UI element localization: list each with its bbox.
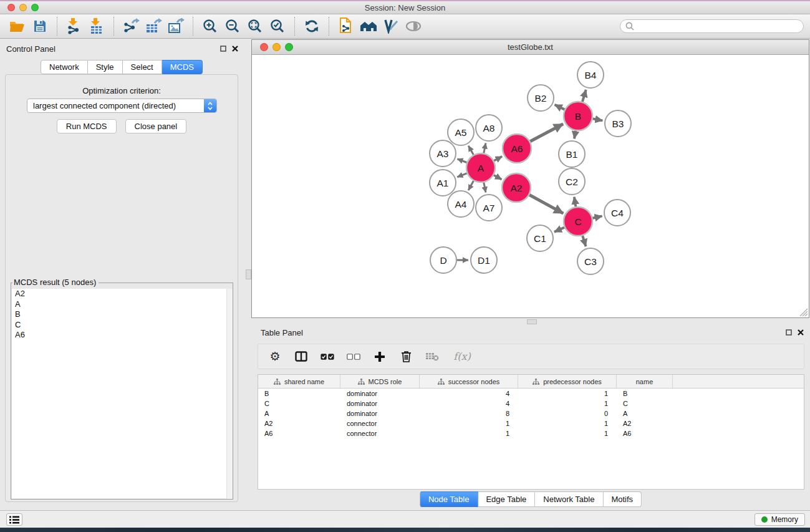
save-session-icon[interactable] [29, 16, 51, 36]
tab-style[interactable]: Style [88, 60, 123, 74]
horizontal-divider-grip[interactable] [527, 319, 537, 324]
result-item[interactable]: C [12, 320, 232, 331]
graph-node-A7[interactable]: A7 [476, 195, 502, 221]
table-row[interactable]: Bdominator41B [258, 389, 804, 399]
search-input[interactable] [637, 21, 798, 31]
graph-edge-A-A4[interactable] [468, 181, 473, 190]
graph-edge-C-C4[interactable] [592, 216, 602, 218]
refresh-icon[interactable] [301, 16, 323, 36]
graph-node-A[interactable]: A [466, 153, 495, 182]
graph-node-C1[interactable]: C1 [527, 225, 553, 251]
graph-edge-A-A8[interactable] [484, 143, 486, 153]
column-header-name[interactable]: name [617, 375, 673, 388]
graph-node-D1[interactable]: D1 [471, 247, 497, 273]
open-file-icon[interactable] [6, 16, 29, 36]
graph-node-B1[interactable]: B1 [559, 141, 585, 167]
graph-node-A8[interactable]: A8 [476, 115, 502, 141]
zoom-in-icon[interactable] [199, 16, 221, 36]
network-window-titlebar[interactable]: testGlobe.txt [252, 40, 809, 55]
vizmapper-icon[interactable] [380, 16, 402, 36]
search-field[interactable] [620, 19, 804, 33]
table-row[interactable]: A2connector11A2 [258, 418, 804, 428]
column-header-shared-name[interactable]: shared name [258, 375, 340, 388]
tab-node-table[interactable]: Node Table [420, 491, 478, 507]
result-item[interactable]: A6 [12, 330, 232, 341]
graph-edge-A-A2[interactable] [494, 175, 502, 180]
graph-node-A4[interactable]: A4 [448, 191, 474, 217]
result-item[interactable]: B [12, 309, 232, 320]
column-header-successor-nodes[interactable]: successor nodes [420, 375, 518, 388]
graph-node-B2[interactable]: B2 [528, 85, 554, 111]
graph-edge-B-B4[interactable] [582, 90, 586, 102]
table-options-gear-icon[interactable]: ⚙ [268, 350, 282, 364]
main-titlebar[interactable]: Session: New Session [0, 1, 810, 14]
graph-edge-A-A3[interactable] [457, 159, 466, 163]
graph-node-A3[interactable]: A3 [430, 140, 456, 167]
export-image-icon[interactable] [165, 16, 187, 36]
memory-button[interactable]: Memory [755, 513, 805, 526]
tab-network-table[interactable]: Network Table [535, 491, 603, 507]
graph-edge-A2-C[interactable] [529, 195, 563, 214]
graph-node-C4[interactable]: C4 [604, 200, 630, 226]
zoom-fit-icon[interactable] [244, 16, 266, 36]
graph-node-C[interactable]: C [564, 207, 592, 236]
task-history-button[interactable] [6, 513, 22, 526]
deselect-all-icon[interactable] [347, 350, 360, 364]
float-panel-icon[interactable] [786, 329, 792, 336]
result-item[interactable]: A2 [12, 289, 232, 299]
graph-edge-C-C2[interactable] [574, 197, 576, 207]
run-mcds-button[interactable]: Run MCDS [57, 119, 117, 133]
graph-node-C2[interactable]: C2 [559, 168, 585, 195]
close-panel-button[interactable]: Close panel [125, 119, 187, 133]
apply-function-icon[interactable]: f(x) [451, 350, 473, 364]
select-all-icon[interactable] [321, 350, 334, 364]
delete-table-icon[interactable] [425, 350, 439, 364]
graph-edge-A-A6[interactable] [494, 157, 502, 161]
close-panel-icon[interactable] [232, 46, 238, 52]
graph-node-A1[interactable]: A1 [430, 170, 456, 196]
import-network-icon[interactable] [63, 16, 85, 36]
table-row[interactable]: Adominator80A [258, 409, 804, 418]
graph-node-B3[interactable]: B3 [605, 110, 631, 137]
graph-edge-B-B2[interactable] [555, 105, 565, 110]
tab-select[interactable]: Select [123, 60, 162, 74]
graph-edge-A-A5[interactable] [468, 146, 473, 155]
tab-mcds[interactable]: MCDS [162, 60, 203, 74]
hide-panels-eye-icon[interactable] [402, 16, 425, 36]
graph-node-A6[interactable]: A6 [503, 134, 531, 163]
export-table-icon[interactable] [142, 16, 165, 36]
graph-edge-A-A1[interactable] [457, 173, 466, 177]
export-network-icon[interactable] [120, 16, 142, 36]
graph-node-D[interactable]: D [430, 247, 456, 273]
network-canvas[interactable]: B4B2BB3A8A5A6A3B1AC2A1A2A4A7C4CC1DD1C3 [252, 55, 809, 317]
graph-edge-A-A7[interactable] [484, 183, 486, 193]
split-panel-icon[interactable] [294, 350, 308, 364]
tab-network[interactable]: Network [41, 60, 88, 74]
add-column-plus-icon[interactable] [373, 350, 387, 364]
graph-node-B4[interactable]: B4 [577, 62, 604, 88]
graph-edge-C-C3[interactable] [582, 236, 586, 246]
vertical-divider-grip[interactable] [246, 269, 251, 279]
table-row[interactable]: A6connector11A6 [258, 428, 804, 438]
table-row[interactable]: Cdominator41C [258, 399, 804, 409]
import-table-icon[interactable] [85, 16, 108, 36]
column-header-predecessor-nodes[interactable]: predecessor nodes [518, 375, 617, 388]
dropdown-stepper[interactable] [204, 99, 216, 112]
graph-node-A2[interactable]: A2 [502, 173, 531, 202]
window-resize-grip[interactable] [799, 308, 808, 317]
graph-node-A5[interactable]: A5 [448, 119, 474, 145]
graph-edge-C-C1[interactable] [554, 228, 564, 232]
result-item[interactable]: A [12, 299, 232, 310]
tab-motifs[interactable]: Motifs [603, 491, 642, 507]
column-header-MCDS-role[interactable]: MCDS role [340, 375, 420, 388]
home-overview-icon[interactable] [357, 16, 380, 36]
tab-edge-table[interactable]: Edge Table [478, 491, 535, 507]
zoom-selected-icon[interactable] [266, 16, 289, 36]
graph-node-C3[interactable]: C3 [577, 248, 604, 274]
zoom-out-icon[interactable] [221, 16, 244, 36]
criterion-dropdown[interactable]: largest connected component (directed) [27, 99, 217, 113]
close-panel-icon[interactable] [798, 329, 804, 336]
graph-edge-B-B3[interactable] [593, 118, 603, 120]
result-scrollbar[interactable] [226, 289, 233, 499]
float-panel-icon[interactable] [220, 46, 226, 52]
